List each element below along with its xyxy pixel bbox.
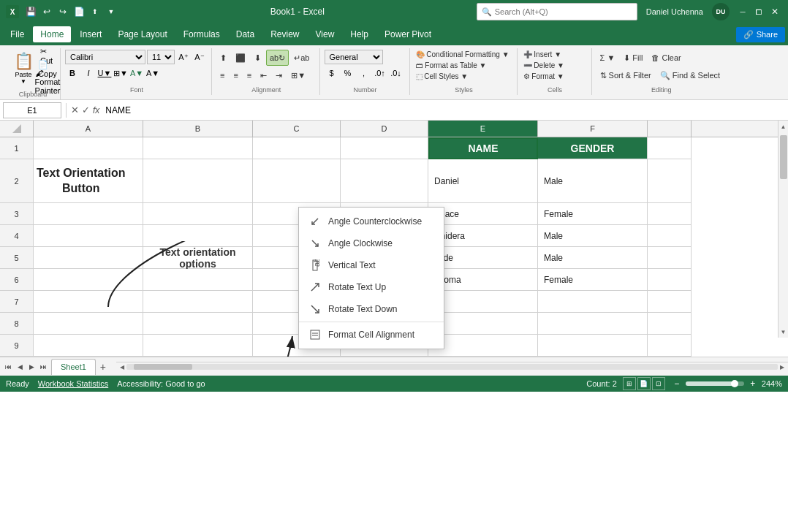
sheet-tab-sheet1[interactable]: Sheet1	[51, 359, 96, 375]
border-button[interactable]: ⊞▼	[113, 66, 128, 80]
row-num-8[interactable]: 8	[0, 313, 34, 335]
font-size-dec-btn[interactable]: A⁻	[192, 50, 207, 64]
cell-a1[interactable]	[34, 137, 143, 159]
search-input[interactable]	[495, 7, 632, 16]
share-button[interactable]: 🔗 Share	[736, 27, 785, 42]
row-num-9[interactable]: 9	[0, 335, 34, 357]
page-break-view-btn[interactable]: ⊡	[652, 377, 665, 390]
scroll-left-arrow[interactable]: ◀	[118, 362, 126, 371]
page-layout-view-btn[interactable]: 📄	[637, 377, 651, 390]
menu-power-pivot[interactable]: Power Pivot	[377, 26, 439, 42]
cell-extra-9[interactable]	[648, 335, 692, 357]
cell-b4[interactable]	[143, 225, 253, 247]
cell-b3[interactable]	[143, 203, 253, 225]
cell-c2[interactable]	[253, 159, 341, 203]
format-cells-btn[interactable]: ⚙ Format ▼	[522, 72, 566, 81]
vertical-scrollbar[interactable]: ▲ ▼	[778, 121, 788, 338]
fill-btn[interactable]: ⬇ Fill	[620, 50, 646, 66]
format-cell-alignment-item[interactable]: Format Cell Alignment	[299, 324, 444, 346]
cell-c1[interactable]	[253, 137, 341, 159]
rotate-text-up-item[interactable]: Rotate Text Up	[299, 276, 444, 298]
align-center-btn[interactable]: ≡	[230, 67, 241, 83]
cell-d2[interactable]	[341, 159, 428, 203]
menu-review[interactable]: Review	[263, 26, 306, 42]
row-num-3[interactable]: 3	[0, 203, 34, 225]
insert-cells-btn[interactable]: ➕ Insert ▼	[522, 50, 566, 59]
dec-dec-btn[interactable]: .0↓	[389, 66, 404, 80]
cancel-icon[interactable]: ✕	[71, 104, 79, 115]
find-select-btn[interactable]: 🔍 Find & Select	[656, 67, 724, 83]
cell-f7[interactable]	[538, 291, 648, 313]
cell-extra-4[interactable]	[648, 225, 692, 247]
paste-button[interactable]: 📋 Paste ▼	[9, 50, 38, 86]
delete-cells-btn[interactable]: ➖ Delete ▼	[522, 61, 566, 70]
italic-button[interactable]: I	[81, 66, 96, 80]
align-bottom-btn[interactable]: ⬇	[251, 50, 265, 66]
cell-extra-2[interactable]	[648, 159, 692, 203]
horizontal-scrollbar[interactable]: ◀ ▶	[116, 362, 788, 372]
angle-counterclockwise-item[interactable]: Angle Counterclockwise	[299, 210, 444, 232]
select-all-icon[interactable]	[12, 124, 21, 133]
sheet-nav-next[interactable]: ▶	[26, 362, 37, 372]
underline-button[interactable]: U▼	[97, 66, 112, 80]
menu-data[interactable]: Data	[229, 26, 262, 42]
cell-e4[interactable]: Chidera	[428, 225, 538, 247]
cell-f2[interactable]: Male	[538, 159, 648, 203]
col-header-e[interactable]: E	[428, 121, 538, 137]
scroll-thumb-h[interactable]	[134, 364, 192, 370]
zoom-level[interactable]: 244%	[762, 379, 782, 388]
undo-qat-btn[interactable]: ↩	[39, 4, 54, 19]
scroll-down-arrow[interactable]: ▼	[779, 327, 788, 336]
scroll-right-arrow[interactable]: ▶	[778, 362, 787, 371]
menu-home[interactable]: Home	[33, 26, 71, 42]
number-format-select[interactable]: General	[325, 50, 383, 64]
align-top-btn[interactable]: ⬆	[216, 50, 230, 66]
sheet-nav-last[interactable]: ⏭	[38, 362, 48, 372]
menu-help[interactable]: Help	[343, 26, 376, 42]
decrease-indent-btn[interactable]: ⇤	[257, 67, 270, 83]
font-size-select[interactable]: 11	[147, 50, 175, 64]
cell-b9[interactable]	[143, 335, 253, 357]
vertical-text-item[interactable]: ab Vertical Text	[299, 254, 444, 276]
clear-btn[interactable]: 🗑 Clear	[648, 50, 684, 66]
cell-e1[interactable]: NAME	[428, 137, 538, 159]
cell-styles-btn[interactable]: ⬚ Cell Styles ▼	[414, 72, 511, 81]
sheet-nav-prev[interactable]: ◀	[15, 362, 25, 372]
zoom-slider[interactable]	[686, 381, 744, 386]
scroll-thumb-v[interactable]	[780, 135, 787, 179]
cell-f4[interactable]: Male	[538, 225, 648, 247]
cell-a3[interactable]	[34, 203, 143, 225]
wrap-text-btn[interactable]: ↵ab	[290, 50, 313, 66]
increase-indent-btn[interactable]: ⇥	[272, 67, 286, 83]
redo-qat-btn[interactable]: ↪	[56, 4, 70, 19]
cell-f5[interactable]: Male	[538, 247, 648, 269]
cell-b1[interactable]	[143, 137, 253, 159]
rotate-text-down-item[interactable]: Rotate Text Down	[299, 298, 444, 320]
cell-extra-6[interactable]	[648, 269, 692, 291]
cell-a7[interactable]	[34, 291, 143, 313]
menu-formulas[interactable]: Formulas	[176, 26, 227, 42]
format-table-btn[interactable]: 🗃 Format as Table ▼	[414, 61, 511, 70]
cell-b8[interactable]	[143, 313, 253, 335]
zoom-thumb[interactable]	[731, 380, 738, 387]
close-btn[interactable]: ✕	[768, 4, 782, 19]
col-header-d[interactable]: D	[341, 121, 428, 137]
cell-a9[interactable]	[34, 335, 143, 357]
add-sheet-btn[interactable]: +	[96, 360, 110, 374]
align-middle-btn[interactable]: ⬛	[232, 50, 249, 66]
format-painter-button[interactable]: 🖌 Format Painter	[39, 76, 56, 88]
bold-button[interactable]: B	[65, 66, 80, 80]
cell-extra-7[interactable]	[648, 291, 692, 313]
cell-e9[interactable]	[428, 335, 538, 357]
menu-view[interactable]: View	[308, 26, 342, 42]
cell-f9[interactable]	[538, 335, 648, 357]
col-header-extra[interactable]	[648, 121, 692, 137]
cell-a2[interactable]: Text OrientationButton	[34, 159, 143, 203]
align-left-btn[interactable]: ≡	[216, 67, 228, 83]
text-orientation-btn[interactable]: ab↻	[266, 50, 289, 66]
cell-f3[interactable]: Female	[538, 203, 648, 225]
cell-d1[interactable]	[341, 137, 428, 159]
row-num-1[interactable]: 1	[0, 137, 34, 159]
cell-b6[interactable]	[143, 269, 253, 291]
cell-e3[interactable]: Peace	[428, 203, 538, 225]
